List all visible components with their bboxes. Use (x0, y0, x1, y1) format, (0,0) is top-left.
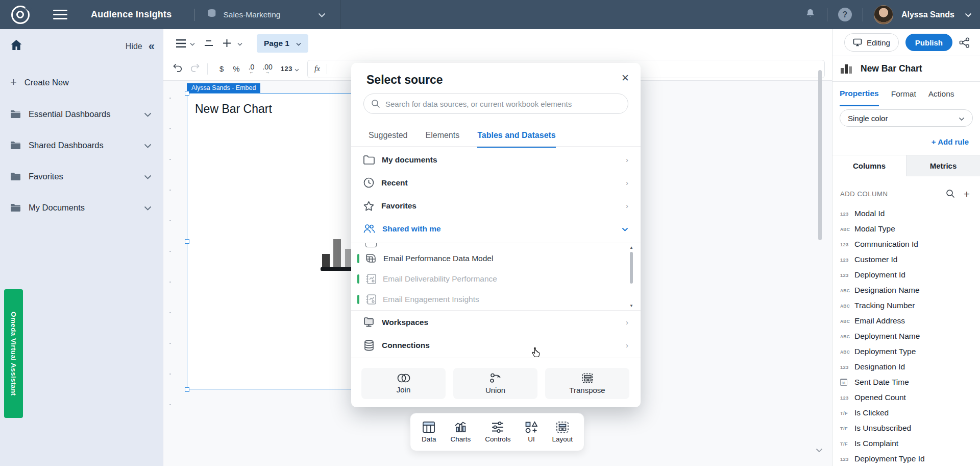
dock-ui-button[interactable]: UI (525, 421, 537, 443)
column-list-item[interactable]: Modal Id (832, 206, 980, 221)
shared-item[interactable]: Email Engagement Insights (351, 289, 627, 310)
shared-item[interactable]: Email Performance Data Model (351, 248, 627, 269)
star-icon (363, 201, 374, 211)
chevron-down-icon[interactable] (144, 141, 152, 150)
virtual-assistant-tab[interactable]: Omeda Virtual Assistant (4, 289, 23, 418)
tab-actions[interactable]: Actions (928, 82, 954, 106)
nav-recent[interactable]: Recent › (351, 171, 641, 194)
main-menu-icon[interactable] (53, 7, 67, 22)
column-list-item[interactable]: Is Complaint (832, 436, 980, 451)
sublist-scrollbar-thumb[interactable] (630, 252, 633, 284)
shared-item[interactable]: Email Deliverability Performance (351, 269, 627, 289)
nav-connections[interactable]: Connections › (351, 334, 641, 357)
number-format-button[interactable]: 123 (281, 64, 299, 74)
tab-suggested[interactable]: Suggested (369, 131, 408, 146)
dock-controls-button[interactable]: Controls (485, 421, 510, 443)
home-icon[interactable] (10, 39, 22, 53)
column-list-item[interactable]: Is Unsubscribed (832, 421, 980, 436)
selection-handle[interactable] (185, 239, 189, 244)
sidebar-folder-item[interactable]: Essential Dashboards (0, 99, 163, 130)
chevron-down-icon[interactable] (144, 172, 152, 181)
dock-layout-button[interactable]: Layout (552, 421, 573, 443)
hide-sidebar-button[interactable]: Hide « (126, 41, 155, 52)
column-list-item[interactable]: Deployment Id (832, 267, 980, 283)
sidebar-folder-item[interactable]: Favorites (0, 161, 163, 192)
undo-icon[interactable] (173, 63, 183, 75)
chevron-down-icon[interactable] (237, 39, 242, 48)
tab-elements[interactable]: Elements (426, 131, 460, 146)
decrease-decimals-button[interactable]: .0← (249, 63, 255, 75)
publish-button[interactable]: Publish (905, 34, 952, 51)
column-list-item[interactable]: Deployment Type Id (832, 451, 980, 466)
outline-icon[interactable] (204, 40, 213, 47)
column-type-icon (840, 379, 854, 386)
union-button[interactable]: Union (453, 368, 537, 399)
selection-handle[interactable] (185, 91, 189, 96)
editing-mode-button[interactable]: Editing (844, 33, 899, 52)
nav-workspaces[interactable]: Workspaces › (351, 311, 641, 334)
subtab-columns[interactable]: Columns (832, 155, 906, 176)
column-list-item[interactable]: Customer Id (832, 252, 980, 267)
tab-tables-and-datasets[interactable]: Tables and Datasets (477, 131, 556, 148)
chevron-down-icon[interactable] (190, 39, 195, 48)
column-list-item[interactable]: Designation Id (832, 359, 980, 375)
shared-items-panel: Email Performance Data Model Email Deliv… (351, 243, 641, 311)
color-mode-select[interactable]: Single color (840, 109, 973, 127)
column-list-item[interactable]: Deployment Name (832, 329, 980, 344)
close-icon[interactable]: ✕ (621, 73, 629, 83)
create-new-button[interactable]: + Create New (0, 77, 163, 88)
selection-handle[interactable] (185, 387, 189, 392)
column-list-item[interactable]: Email Address (832, 313, 980, 329)
column-list-item[interactable]: Designation Name (832, 283, 980, 298)
element-list-icon[interactable] (176, 39, 188, 48)
workbook-name[interactable]: Sales-Marketing (223, 10, 280, 19)
add-element-icon[interactable] (223, 39, 231, 48)
join-button[interactable]: Join (361, 368, 446, 399)
nav-shared-with-me[interactable]: Shared with me (351, 217, 641, 240)
add-column-plus-icon[interactable]: + (964, 189, 970, 199)
chevron-down-icon[interactable] (144, 203, 152, 213)
modal-actions: Join Union Transpose (361, 368, 629, 399)
workbook-chevron-down-icon[interactable] (318, 10, 326, 19)
source-tabs: Suggested Elements Tables and Datasets (369, 131, 556, 148)
user-name[interactable]: Alyssa Sands (901, 10, 954, 19)
nav-favorites[interactable]: Favorites › (351, 194, 641, 217)
folder-icon (363, 155, 375, 165)
page-tab[interactable]: Page 1 (257, 34, 308, 53)
user-menu-chevron-down-icon[interactable] (965, 10, 972, 19)
help-icon[interactable]: ? (838, 8, 852, 21)
omeda-logo-icon[interactable] (11, 6, 30, 24)
notifications-bell-icon[interactable] (804, 8, 816, 21)
column-list-item[interactable]: Is Clicked (832, 405, 980, 421)
currency-format-button[interactable]: $ (219, 64, 224, 73)
increase-decimals-button[interactable]: .00→ (262, 63, 272, 75)
sidebar-folder-item[interactable]: My Documents (0, 192, 163, 223)
percent-format-button[interactable]: % (233, 64, 239, 73)
column-list-item[interactable]: Deployment Type (832, 344, 980, 359)
sidebar-folder-item[interactable]: Shared Dashboards (0, 130, 163, 161)
search-icon[interactable] (946, 189, 955, 198)
share-network-icon[interactable] (959, 37, 970, 48)
user-avatar[interactable] (874, 5, 893, 25)
tab-format[interactable]: Format (891, 82, 916, 106)
scroll-up-arrow-icon[interactable]: ▲ (629, 245, 633, 250)
column-list-item[interactable]: Opened Count (832, 390, 980, 405)
subtab-metrics[interactable]: Metrics (906, 155, 980, 176)
transpose-button[interactable]: Transpose (545, 368, 629, 399)
nav-my-documents[interactable]: My documents › (351, 148, 641, 171)
scroll-down-chevron-icon[interactable] (816, 446, 823, 455)
column-list-item[interactable]: Sent Date Time (832, 375, 980, 390)
redo-icon[interactable] (190, 63, 200, 75)
dock-charts-button[interactable]: Charts (450, 421, 471, 443)
add-rule-link[interactable]: + Add rule (832, 127, 980, 146)
source-search-input[interactable] (363, 94, 628, 114)
tab-properties[interactable]: Properties (840, 82, 879, 106)
column-list-item[interactable]: Communication Id (832, 237, 980, 252)
scroll-down-arrow-icon[interactable]: ▼ (629, 304, 633, 308)
column-list-item[interactable]: Tracking Number (832, 298, 980, 313)
column-list-item[interactable]: Modal Type (832, 221, 980, 237)
dock-data-button[interactable]: Data (422, 421, 436, 443)
union-icon (490, 373, 501, 383)
canvas-scrollbar-thumb[interactable] (818, 70, 822, 240)
chevron-down-icon[interactable] (144, 110, 152, 119)
